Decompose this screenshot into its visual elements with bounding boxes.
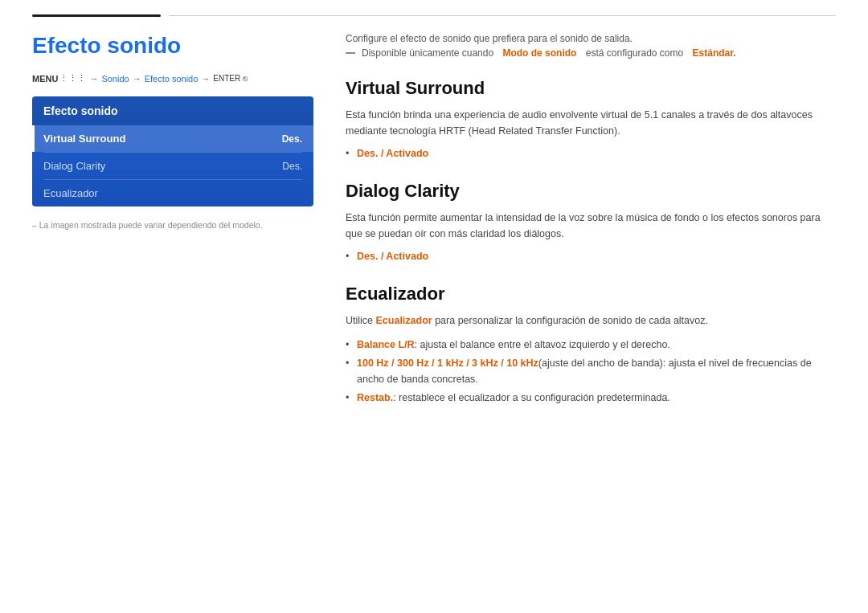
bullet-dialog-clarity-1: Des. / Activado (346, 248, 836, 264)
menu-box-title: Efecto sonido (32, 96, 313, 125)
breadcrumb-menu-icon: ⋮⋮⋮ (59, 73, 86, 84)
bullet-ecualizador-2: 100 Hz / 300 Hz / 1 kHz / 3 kHz / 10 kHz… (346, 355, 836, 387)
section-title-dialog-clarity: Dialog Clarity (346, 181, 836, 202)
bullet-eq-freq-label: 100 Hz / 300 Hz / 1 kHz / 3 kHz / 10 kHz (357, 358, 538, 369)
content-wrapper: Efecto sonido MENU⋮⋮⋮ → Sonido → Efecto … (0, 17, 868, 441)
bullet-ecualizador-1: Balance L/R: ajusta el balance entre el … (346, 337, 836, 353)
avail-note: Disponible únicamente cuando Modo de son… (346, 47, 836, 59)
avail-note-end: Estándar. (693, 47, 736, 59)
bullet-eq-restab-text: : restablece el ecualizador a su configu… (393, 392, 670, 403)
menu-item-dialog-clarity-label: Dialog Clarity (43, 160, 105, 172)
breadcrumb-menu: MENU (32, 74, 58, 84)
bullet-eq-balance-label: Balance L/R (357, 339, 415, 350)
menu-item-virtual-surround-label: Virtual Surround (43, 133, 125, 145)
section-title-ecualizador: Ecualizador (346, 284, 836, 304)
top-bar-accent-line (32, 14, 161, 17)
bullet-virtual-surround-1: Des. / Activado (346, 145, 836, 161)
breadcrumb-sonido: Sonido (101, 74, 129, 84)
page-title: Efecto sonido (32, 33, 313, 59)
footnote-text: – La imagen mostrada puede variar depend… (32, 220, 263, 230)
avail-note-middle: está configurado como (586, 47, 683, 59)
section-desc-virtual-surround: Esta función brinda una experiencia de a… (346, 107, 836, 139)
bullet-dc-text: Des. / Activado (357, 251, 428, 262)
menu-item-dialog-clarity[interactable]: Dialog Clarity Des. (32, 153, 313, 179)
bullet-list-virtual-surround: Des. / Activado (346, 145, 836, 161)
menu-item-dialog-clarity-value: Des. (282, 161, 302, 172)
avail-note-link: Modo de sonido (502, 47, 576, 59)
breadcrumb-efecto: Efecto sonido (145, 74, 199, 84)
footnote: – La imagen mostrada puede variar depend… (32, 219, 313, 232)
menu-box: Efecto sonido Virtual Surround Des. Dial… (32, 96, 313, 206)
breadcrumb-arrow-1: → (89, 74, 98, 84)
menu-item-ecualizador[interactable]: Ecualizador (32, 180, 313, 206)
top-bar-separator-line (169, 15, 836, 16)
right-column: Configure el efecto de sonido que prefie… (346, 33, 836, 425)
bullet-vs-text: Des. / Activado (357, 148, 428, 159)
bullet-list-dialog-clarity: Des. / Activado (346, 248, 836, 264)
ecualizador-desc: Utilice Ecualizador para personalizar la… (346, 313, 836, 329)
menu-item-virtual-surround[interactable]: Virtual Surround Des. (32, 125, 313, 152)
breadcrumb-enter: ENTER ⎋ (213, 74, 248, 83)
menu-item-ecualizador-label: Ecualizador (43, 187, 98, 199)
bullet-eq-balance-text: : ajusta el balance entre el altavoz izq… (415, 339, 670, 350)
menu-item-virtual-surround-value: Des. (282, 133, 302, 145)
bullet-eq-restab-label: Restab. (357, 392, 393, 403)
bullet-list-ecualizador: Balance L/R: ajusta el balance entre el … (346, 337, 836, 406)
ecualizador-link: Ecualizador (376, 315, 432, 326)
top-bar (0, 0, 868, 17)
bullet-ecualizador-3: Restab.: restablece el ecualizador a su … (346, 390, 836, 406)
section-title-virtual-surround: Virtual Surround (346, 78, 836, 99)
breadcrumb-arrow-2: → (133, 74, 141, 84)
section-desc-dialog-clarity: Esta función permite aumentar la intensi… (346, 210, 836, 242)
config-note: Configure el efecto de sonido que prefie… (346, 33, 836, 44)
left-column: Efecto sonido MENU⋮⋮⋮ → Sonido → Efecto … (32, 33, 313, 425)
avail-note-dash (346, 52, 355, 54)
avail-note-prefix: Disponible únicamente cuando (362, 47, 493, 59)
breadcrumb-arrow-3: → (201, 74, 210, 84)
breadcrumb: MENU⋮⋮⋮ → Sonido → Efecto sonido → ENTER… (32, 73, 313, 84)
